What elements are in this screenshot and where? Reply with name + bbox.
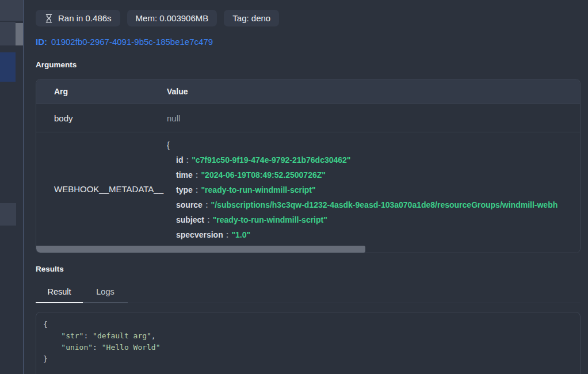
job-id-label: ID: (36, 37, 47, 47)
column-header-arg: Arg (36, 87, 167, 96)
json-entry: time:"2024-06-19T08:49:52.2500726Z" (167, 167, 580, 182)
json-value: "2024-06-19T08:49:52.2500726Z" (201, 170, 325, 180)
json-open-brace: { (167, 138, 580, 152)
arg-name-body: body (36, 113, 167, 123)
table-scrollbar-thumb[interactable] (36, 246, 365, 253)
memory-badge: Mem: 0.003906MB (127, 10, 217, 26)
json-value: "ready-to-run-windmill-script" (201, 185, 315, 194)
arg-value-body: null (167, 113, 580, 123)
panel-divider (23, 0, 24, 374)
json-colon: : (203, 200, 211, 209)
arguments-heading: Arguments (36, 60, 581, 69)
json-value: "1.0" (231, 230, 250, 239)
tab-result[interactable]: Result (36, 281, 83, 303)
json-key: source (176, 200, 203, 209)
table-row: WEBHOOK__METADATA__ { id:"c7f91c50-9f19-… (36, 132, 580, 246)
json-colon: : (193, 185, 201, 194)
left-side-panel (0, 0, 23, 374)
left-panel-block-second (0, 22, 16, 45)
column-header-value: Value (167, 87, 580, 96)
json-colon: : (183, 155, 192, 165)
json-colon: : (193, 170, 201, 180)
table-horizontal-scrollbar (36, 246, 580, 253)
json-key: id (176, 155, 183, 165)
results-heading: Results (36, 265, 581, 273)
hourglass-icon (44, 14, 54, 23)
json-value: "/subscriptions/h3c3qw-d1232-4asdk-9easd… (211, 200, 558, 209)
left-panel-scrollbar-thumb[interactable] (16, 23, 23, 45)
json-entry: type:"ready-to-run-windmill-script" (167, 182, 580, 197)
metadata-json-viewer: { id:"c7f91c50-9f19-474e-9792-21b76dc304… (167, 132, 580, 246)
json-colon: : (204, 215, 213, 224)
json-key: subject (176, 215, 204, 224)
job-detail-panel: Ran in 0.486s Mem: 0.003906MB Tag: deno … (36, 0, 581, 374)
left-panel-block-lower (0, 203, 16, 226)
result-json-box: { "str": "default arg", "union": "Hello … (36, 312, 581, 374)
result-line: "union": "Hello World" (43, 342, 573, 353)
left-panel-selected-item[interactable] (0, 52, 16, 82)
job-id-link[interactable]: 01902fb0-2967-4091-9b5c-185be1e7c479 (51, 37, 213, 47)
json-value: "ready-to-run-windmill-script" (213, 215, 327, 224)
result-open-brace: { (43, 319, 573, 330)
json-key: time (176, 170, 193, 180)
job-id-line: ID: 01902fb0-2967-4091-9b5c-185be1e7c479 (36, 37, 581, 47)
table-row: body null (36, 104, 580, 132)
json-key: specversion (176, 230, 223, 239)
result-close-brace: } (43, 353, 573, 365)
json-entry: specversion:"1.0" (167, 227, 580, 242)
arguments-table-header: Arg Value (36, 79, 580, 104)
json-entry: subject:"ready-to-run-windmill-script" (167, 212, 580, 227)
json-key: type (176, 185, 193, 194)
tab-logs[interactable]: Logs (83, 281, 128, 303)
json-entry: source:"/subscriptions/h3c3qw-d1232-4asd… (167, 197, 580, 212)
results-tab-bar: Result Logs (36, 281, 581, 303)
arg-name-metadata: WEBHOOK__METADATA__ (36, 132, 167, 246)
json-colon: : (223, 230, 232, 239)
json-entry: id:"c7f91c50-9f19-474e-9792-21b76dc30462… (167, 152, 580, 167)
arguments-table: Arg Value body null WEBHOOK__METADATA__ … (36, 79, 581, 253)
duration-badge: Ran in 0.486s (36, 10, 120, 26)
result-line: "str": "default arg", (43, 330, 573, 342)
json-value: "c7f91c50-9f19-474e-9792-21b76dc30462" (192, 155, 350, 165)
left-panel-block-top (0, 0, 23, 21)
run-stats-row: Ran in 0.486s Mem: 0.003906MB Tag: deno (36, 10, 581, 26)
duration-badge-label: Ran in 0.486s (58, 13, 112, 23)
tag-badge: Tag: deno (224, 10, 279, 26)
